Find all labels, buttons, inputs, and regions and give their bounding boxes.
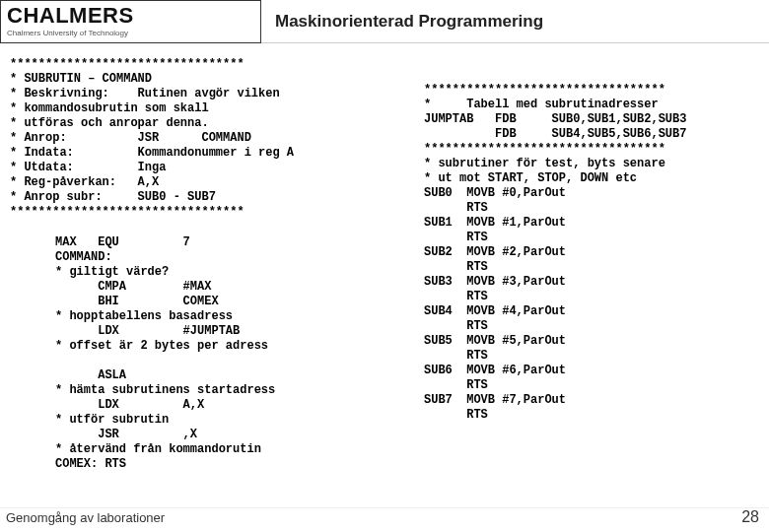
page-title: Maskinorienterad Programmering <box>275 12 543 32</box>
logo-sub-text: Chalmers University of Technology <box>7 29 254 37</box>
code-block-command-routine: MAX EQU 7 COMMAND: * giltigt värde? CMPA… <box>10 235 424 472</box>
left-column: ********************************* * SUBR… <box>10 57 424 472</box>
slide-header: CHALMERS Chalmers University of Technolo… <box>0 0 769 43</box>
footer-left-text: Genomgång av laborationer <box>6 510 165 525</box>
slide-content: ********************************* * SUBR… <box>0 43 769 472</box>
logo-box: CHALMERS Chalmers University of Technolo… <box>0 0 261 43</box>
logo-main-text: CHALMERS <box>7 5 254 27</box>
right-column: ********************************** * Tab… <box>424 57 739 472</box>
page-number: 28 <box>741 508 759 526</box>
slide-footer: Genomgång av laborationer 28 <box>0 507 769 528</box>
code-block-subroutine-header: ********************************* * SUBR… <box>10 57 424 220</box>
code-block-jump-table: ********************************** * Tab… <box>424 83 739 423</box>
